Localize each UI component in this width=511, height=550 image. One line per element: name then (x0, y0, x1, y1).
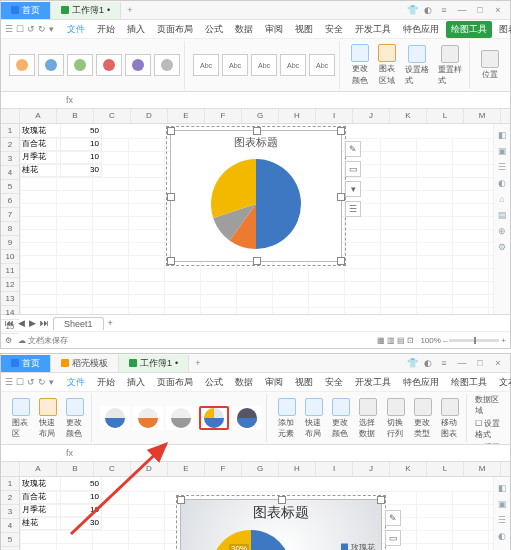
row-header[interactable]: 2 (1, 491, 19, 505)
menu-button[interactable]: ≡ (438, 358, 450, 368)
set-format-button[interactable]: 设置格式 (402, 45, 432, 86)
chart-edit-icon[interactable]: ✎ (345, 141, 361, 157)
fx-icon[interactable]: fx (60, 95, 79, 105)
style-thumb[interactable]: Abc (309, 54, 335, 76)
qat-menu-icon[interactable]: ☰ (5, 377, 13, 387)
menu-security[interactable]: 安全 (320, 374, 348, 391)
view-full-icon[interactable]: ⊡ (407, 336, 414, 345)
zoom-slider[interactable] (449, 339, 499, 342)
maximize-button[interactable]: □ (474, 5, 486, 15)
close-button[interactable]: × (492, 5, 504, 15)
qat-save-icon[interactable]: ☐ (16, 24, 24, 34)
column-header[interactable]: C (94, 462, 131, 476)
select-data-button[interactable]: 选择数据 (356, 398, 380, 439)
column-header[interactable]: I (316, 109, 353, 123)
fx-icon[interactable]: fx (60, 448, 79, 458)
resize-handle[interactable] (278, 496, 286, 504)
cell[interactable]: 10 (61, 137, 102, 151)
add-element-button[interactable]: 添加元素 (275, 398, 299, 439)
new-tab-button[interactable]: + (189, 358, 206, 368)
switch-rowcol-button[interactable]: 切换行列 (384, 398, 408, 439)
minimize-button[interactable]: — (456, 358, 468, 368)
style-thumb[interactable]: Abc (193, 54, 219, 76)
position-button[interactable]: 位置 (478, 50, 502, 80)
row-header[interactable]: 2 (1, 138, 19, 152)
chart-edit-icon[interactable]: ✎ (385, 510, 401, 526)
column-header[interactable]: F (205, 462, 242, 476)
side-panel-icon[interactable]: ◧ (498, 483, 507, 493)
chart-style-thumb[interactable] (232, 406, 262, 430)
menu-draw[interactable]: 绘图工具 (446, 21, 492, 38)
menu-data[interactable]: 数据 (230, 374, 258, 391)
zoom-control[interactable]: 100% – + (420, 336, 506, 345)
resize-handle[interactable] (337, 193, 345, 201)
resize-handle[interactable] (167, 127, 175, 135)
side-panel-icon[interactable]: ◐ (498, 178, 506, 188)
menu-insert[interactable]: 插入 (122, 21, 150, 38)
side-panel-icon[interactable]: ⚙ (498, 242, 506, 252)
side-panel-icon[interactable]: ☰ (498, 162, 506, 172)
resize-handle[interactable] (167, 257, 175, 265)
column-header[interactable]: I (316, 462, 353, 476)
menu-layout[interactable]: 页面布局 (152, 21, 198, 38)
column-header[interactable]: C (94, 109, 131, 123)
zoom-in-icon[interactable]: + (501, 336, 506, 345)
menu-extra[interactable]: 特色应用 (398, 374, 444, 391)
resize-handle[interactable] (337, 257, 345, 265)
side-panel-icon[interactable]: ▣ (498, 146, 507, 156)
skin-icon[interactable]: 👕 (407, 5, 418, 15)
row-header[interactable]: 9 (1, 236, 19, 250)
cell[interactable]: 桂花 (20, 516, 61, 530)
menu-review[interactable]: 审阅 (260, 374, 288, 391)
change-color-button[interactable]: 更改颜色 (348, 44, 372, 86)
new-tab-button[interactable]: + (121, 5, 138, 15)
cell[interactable]: 玫瑰花 (20, 124, 61, 138)
chart-type-thumb[interactable] (67, 54, 93, 76)
resize-handle[interactable] (253, 257, 261, 265)
qat-undo-icon[interactable]: ↺ (27, 24, 35, 34)
row-header[interactable]: 15 (1, 320, 19, 334)
row-header[interactable]: 11 (1, 264, 19, 278)
qat-menu-icon[interactable]: ☰ (5, 24, 13, 34)
menu-review[interactable]: 审阅 (260, 21, 288, 38)
column-header[interactable]: F (205, 109, 242, 123)
pie-slice-rose[interactable] (256, 159, 301, 249)
cell[interactable]: 月季花 (20, 150, 61, 164)
column-header[interactable] (1, 109, 20, 123)
menu-view[interactable]: 视图 (290, 21, 318, 38)
column-header[interactable]: D (131, 462, 168, 476)
user-avatar[interactable]: ◐ (424, 5, 432, 15)
chart-area-button[interactable]: 图表区 (9, 398, 33, 439)
menu-text[interactable]: 文本工具 (494, 374, 511, 391)
cell[interactable]: 玫瑰花 (20, 477, 61, 491)
user-avatar[interactable]: ◐ (424, 358, 432, 368)
menu-view[interactable]: 视图 (290, 374, 318, 391)
quick-layout-button[interactable]: 快速布局 (36, 398, 60, 439)
cell[interactable]: 百合花 (20, 137, 61, 151)
sheet-nav-last[interactable]: ⏭ (40, 318, 49, 328)
home-tab[interactable]: 首页 (1, 2, 51, 19)
row-header[interactable]: 8 (1, 222, 19, 236)
column-header[interactable]: A (20, 109, 57, 123)
sheet-settings-icon[interactable]: ⚙ (5, 336, 12, 345)
cell[interactable]: 百合花 (20, 490, 61, 504)
chart-type-thumb[interactable] (38, 54, 64, 76)
side-panel-icon[interactable]: ▣ (498, 499, 507, 509)
row-header[interactable]: 5 (1, 533, 19, 547)
view-break-icon[interactable]: ▤ (397, 336, 405, 345)
row-header[interactable]: 1 (1, 124, 19, 138)
style-thumb[interactable]: Abc (251, 54, 277, 76)
chart-layout-icon[interactable]: ▭ (385, 530, 401, 546)
style-thumb[interactable]: Abc (222, 54, 248, 76)
resize-handle[interactable] (177, 496, 185, 504)
menu-button[interactable]: ≡ (438, 5, 450, 15)
home-tab[interactable]: 首页 (1, 355, 51, 372)
row-header[interactable]: 3 (1, 505, 19, 519)
minimize-button[interactable]: — (456, 5, 468, 15)
menu-dev[interactable]: 开发工具 (350, 21, 396, 38)
cell[interactable]: 30 (61, 516, 102, 530)
quick-layout-button[interactable]: 快速布局 (302, 398, 326, 439)
reset-style-button[interactable]: 重置样式 (435, 45, 465, 86)
chart-area-button[interactable]: 图表区域 (375, 44, 399, 86)
sheet-tab[interactable]: Sheet1 (53, 317, 104, 330)
